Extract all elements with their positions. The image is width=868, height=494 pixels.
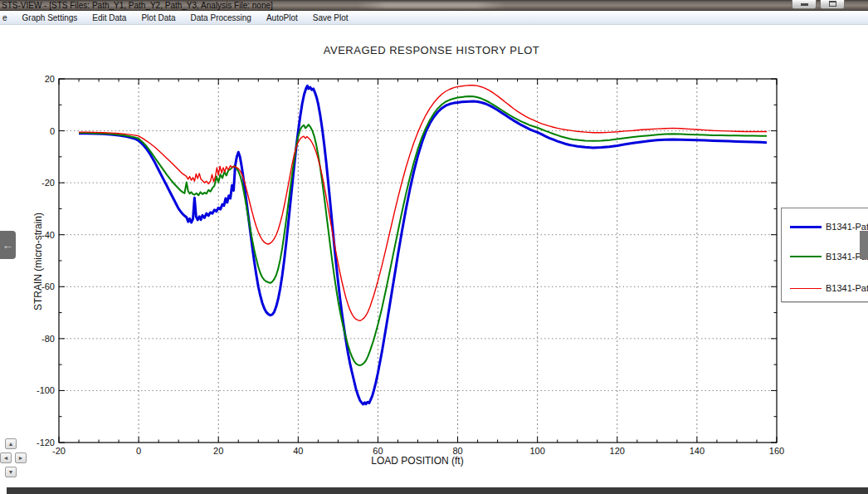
left-arrow-icon: ◄ [3,455,9,461]
app-window: STS-VIEW - [STS Files: Path_Y1, Path_Y2,… [0,0,868,494]
right-arrow-icon: ► [18,455,24,461]
svg-text:-80: -80 [41,334,55,344]
scrollbar-thumb[interactable] [860,231,868,259]
down-arrow-icon: ▼ [8,469,14,475]
legend-entry: B1341-Path_Y1 [790,221,868,232]
up-arrow-icon: ▲ [8,441,14,447]
legend-label: B1341-Path_Y3 [826,283,868,293]
bottom-window-edge [7,487,868,494]
svg-text:-120: -120 [37,438,55,448]
plot-canvas: -20020406080100120140160200-20-40-60-80-… [0,0,868,494]
pan-up-button[interactable]: ▲ [5,438,17,449]
svg-text:-100: -100 [37,385,55,395]
svg-text:0: 0 [50,126,55,136]
pan-down-button[interactable]: ▼ [5,467,17,477]
pan-left-button[interactable]: ◄ [0,452,12,463]
y-axis-label: STRAIN (micro-strain) [32,195,44,328]
legend: B1341-Path_Y1B1341-Path_Y2B1341-Path_Y3 [781,208,868,302]
svg-text:-20: -20 [41,178,55,188]
legend-line-sample [790,226,822,228]
back-arrow-button[interactable]: ← [0,231,16,259]
series-b1341-path-y2 [79,96,767,365]
svg-text:20: 20 [45,74,55,84]
pan-right-button[interactable]: ► [15,452,27,463]
x-axis-label: LOAD POSITION (ft) [0,455,835,467]
legend-line-sample [790,256,822,257]
legend-entry: B1341-Path_Y3 [790,282,868,294]
series-b1341-path-y3 [79,86,767,321]
legend-line-sample [790,288,822,289]
legend-entry: B1341-Path_Y2 [790,251,868,262]
back-arrow-icon: ← [2,238,14,252]
